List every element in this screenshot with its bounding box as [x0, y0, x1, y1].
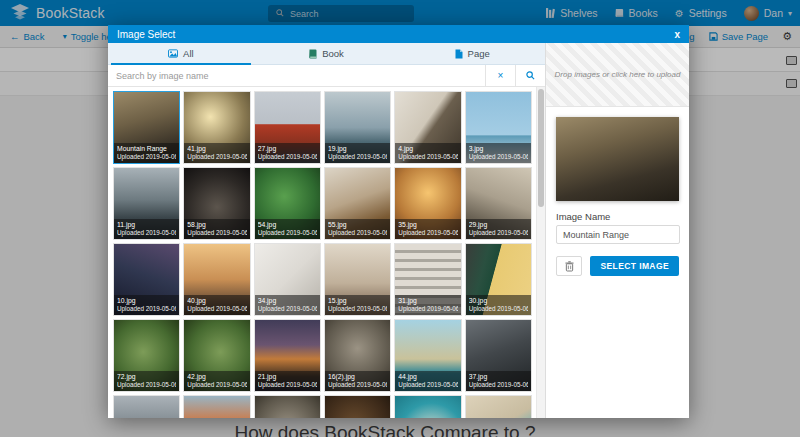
image-uploaded-date: Uploaded 2019-05-06 13:06: [117, 153, 176, 161]
image-name: Mountain Range: [117, 145, 176, 153]
image-thumbnail: [395, 396, 460, 418]
image-name: 54.jpg: [258, 221, 317, 229]
image-detail-panel: Drop images or click here to upload Imag…: [545, 43, 689, 418]
image-name: 4.jpg: [398, 145, 457, 153]
image-uploaded-date: Uploaded 2019-05-06 13:06: [398, 229, 457, 237]
image-cell[interactable]: [465, 395, 532, 418]
image-caption: 15.jpgUploaded 2019-05-06 13:06: [325, 295, 390, 315]
image-search-row: ×: [108, 65, 545, 87]
image-caption: 21.jpgUploaded 2019-05-06 13:06: [255, 371, 320, 391]
image-cell[interactable]: 37.jpgUploaded 2019-05-06 13:06: [465, 319, 532, 392]
search-icon: [526, 71, 535, 80]
image-caption: Mountain RangeUploaded 2019-05-06 13:06: [114, 143, 179, 163]
image-caption: 19.jpgUploaded 2019-05-06 13:06: [325, 143, 390, 163]
image-uploaded-date: Uploaded 2019-05-06 13:06: [469, 229, 528, 237]
image-name: 27.jpg: [258, 145, 317, 153]
image-name: 72.jpg: [117, 373, 176, 381]
image-uploaded-date: Uploaded 2019-05-06 13:06: [258, 305, 317, 313]
image-caption: 11.jpgUploaded 2019-05-06 13:06: [114, 219, 179, 239]
image-cell[interactable]: [183, 395, 250, 418]
image-name: 31.jpg: [398, 297, 457, 305]
tab-label: Book: [322, 48, 344, 59]
image-name: 15.jpg: [328, 297, 387, 305]
image-uploaded-date: Uploaded 2019-05-06 13:06: [117, 381, 176, 389]
image-cell[interactable]: 55.jpgUploaded 2019-05-06 13:06: [324, 167, 391, 240]
image-name: 55.jpg: [328, 221, 387, 229]
image-uploaded-date: Uploaded 2019-05-06 13:06: [398, 305, 457, 313]
image-name: 35.jpg: [398, 221, 457, 229]
image-cell[interactable]: 21.jpgUploaded 2019-05-06 13:06: [254, 319, 321, 392]
image-cell[interactable]: 11.jpgUploaded 2019-05-06 13:06: [113, 167, 180, 240]
image-caption: 35.jpgUploaded 2019-05-06 13:06: [395, 219, 460, 239]
image-cell[interactable]: [394, 395, 461, 418]
image-name-label: Image Name: [556, 211, 679, 222]
image-cell[interactable]: 72.jpgUploaded 2019-05-06 13:06: [113, 319, 180, 392]
image-grid-container: Mountain RangeUploaded 2019-05-06 13:064…: [108, 87, 545, 418]
image-name: 44.jpg: [398, 373, 457, 381]
image-cell[interactable]: 29.jpgUploaded 2019-05-06 13:06: [465, 167, 532, 240]
image-name: 58.jpg: [187, 221, 246, 229]
tab-book[interactable]: Book: [254, 43, 400, 64]
image-thumbnail: [325, 396, 390, 418]
image-grid: Mountain RangeUploaded 2019-05-06 13:064…: [113, 91, 532, 418]
upload-dropzone[interactable]: Drop images or click here to upload: [546, 43, 689, 107]
delete-image-button[interactable]: [556, 256, 582, 276]
image-cell[interactable]: 30.jpgUploaded 2019-05-06 13:06: [465, 243, 532, 316]
image-cell[interactable]: [113, 395, 180, 418]
image-caption: 40.jpgUploaded 2019-05-06 13:06: [184, 295, 249, 315]
image-cell[interactable]: [254, 395, 321, 418]
image-uploaded-date: Uploaded 2019-05-06 13:06: [469, 153, 528, 161]
search-button[interactable]: [515, 65, 545, 86]
image-caption: 34.jpgUploaded 2019-05-06 13:06: [255, 295, 320, 315]
close-icon: ×: [498, 70, 504, 81]
image-caption: 54.jpgUploaded 2019-05-06 13:06: [255, 219, 320, 239]
panel-actions: SELECT IMAGE: [556, 256, 679, 276]
close-icon[interactable]: x: [674, 29, 680, 40]
image-cell[interactable]: 10.jpgUploaded 2019-05-06 13:06: [113, 243, 180, 316]
image-cell[interactable]: 4.jpgUploaded 2019-05-06 13:06: [394, 91, 461, 164]
image-cell[interactable]: 44.jpgUploaded 2019-05-06 13:06: [394, 319, 461, 392]
image-cell[interactable]: 27.jpgUploaded 2019-05-06 13:06: [254, 91, 321, 164]
select-image-button[interactable]: SELECT IMAGE: [590, 256, 679, 276]
image-cell[interactable]: 54.jpgUploaded 2019-05-06 13:06: [254, 167, 321, 240]
tab-page[interactable]: Page: [399, 43, 545, 64]
image-name-input[interactable]: [556, 225, 680, 244]
image-cell[interactable]: 15.jpgUploaded 2019-05-06 13:06: [324, 243, 391, 316]
image-cell[interactable]: 35.jpgUploaded 2019-05-06 13:06: [394, 167, 461, 240]
image-caption: 29.jpgUploaded 2019-05-06 13:06: [466, 219, 531, 239]
image-uploaded-date: Uploaded 2019-05-06 13:06: [258, 153, 317, 161]
image-caption: 37.jpgUploaded 2019-05-06 13:06: [466, 371, 531, 391]
image-cell[interactable]: Mountain RangeUploaded 2019-05-06 13:06: [113, 91, 180, 164]
image-thumbnail: [255, 396, 320, 418]
image-caption: 30.jpgUploaded 2019-05-06 13:06: [466, 295, 531, 315]
image-uploaded-date: Uploaded 2019-05-06 13:06: [328, 381, 387, 389]
scrollbar-thumb[interactable]: [538, 89, 544, 207]
image-name: 3.jpg: [469, 145, 528, 153]
image-icon: [168, 49, 178, 58]
image-cell[interactable]: 34.jpgUploaded 2019-05-06 13:06: [254, 243, 321, 316]
image-cell[interactable]: 3.jpgUploaded 2019-05-06 13:06: [465, 91, 532, 164]
image-cell[interactable]: 42.jpgUploaded 2019-05-06 13:06: [183, 319, 250, 392]
image-name: 42.jpg: [187, 373, 246, 381]
image-cell[interactable]: 16(2).jpgUploaded 2019-05-06 13:06: [324, 319, 391, 392]
image-cell[interactable]: 40.jpgUploaded 2019-05-06 13:06: [183, 243, 250, 316]
image-thumbnail: [184, 396, 249, 418]
image-uploaded-date: Uploaded 2019-05-06 13:06: [398, 153, 457, 161]
grid-scrollbar[interactable]: [536, 87, 545, 418]
image-search-input[interactable]: [108, 65, 485, 86]
image-cell[interactable]: [324, 395, 391, 418]
modal-title: Image Select: [117, 29, 175, 40]
image-caption: 41.jpgUploaded 2019-05-06 13:06: [184, 143, 249, 163]
dropzone-text: Drop images or click here to upload: [555, 70, 681, 79]
tab-label: Page: [468, 48, 490, 59]
tab-all[interactable]: All: [108, 43, 254, 64]
image-cell[interactable]: 19.jpgUploaded 2019-05-06 13:06: [324, 91, 391, 164]
image-cell[interactable]: 41.jpgUploaded 2019-05-06 13:06: [183, 91, 250, 164]
image-uploaded-date: Uploaded 2019-05-06 13:06: [187, 381, 246, 389]
image-cell[interactable]: 58.jpgUploaded 2019-05-06 13:06: [183, 167, 250, 240]
trash-icon: [565, 261, 574, 272]
clear-search-button[interactable]: ×: [485, 65, 515, 86]
image-caption: 44.jpgUploaded 2019-05-06 13:06: [395, 371, 460, 391]
image-cell[interactable]: 31.jpgUploaded 2019-05-06 13:06: [394, 243, 461, 316]
image-uploaded-date: Uploaded 2019-05-06 13:06: [398, 381, 457, 389]
